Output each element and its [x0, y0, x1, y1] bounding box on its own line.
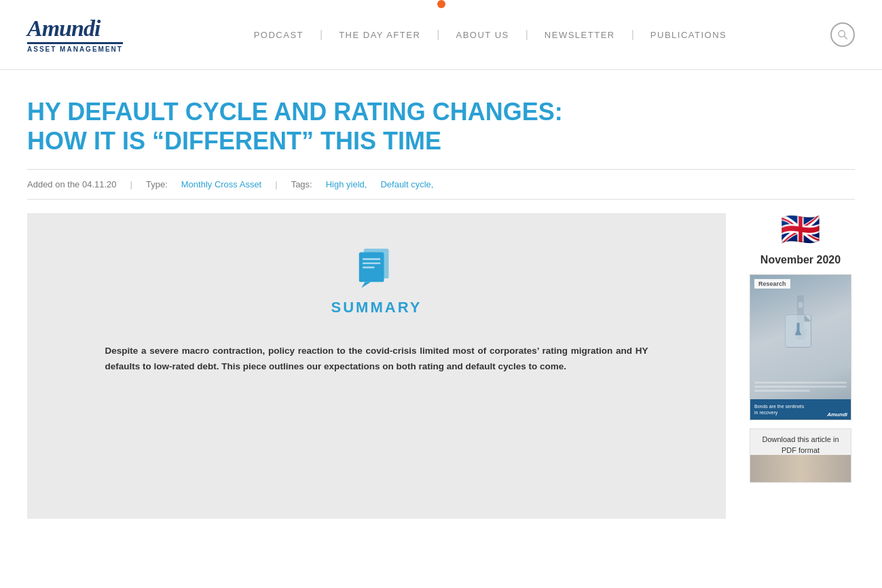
logo: Amundi ASSET MANAGEMENT: [27, 17, 123, 53]
pdf-doc-icon: [786, 314, 816, 352]
download-text: Download this article in PDF format: [756, 435, 845, 456]
pub-bottom-bar: Bonds are the sentinelsin recovery Amund…: [750, 399, 851, 420]
month-label: November 2020: [760, 254, 841, 266]
main-content: HY DEFAULT CYCLE AND RATING CHANGES: HOW…: [0, 70, 882, 519]
meta-sep-1: |: [130, 179, 132, 189]
publication-cover[interactable]: Research: [750, 274, 851, 420]
tags-label: Tags:: [291, 179, 312, 189]
svg-marker-7: [361, 282, 371, 289]
svg-rect-10: [798, 302, 803, 308]
logo-underline: [27, 42, 123, 44]
nav-the-day-after[interactable]: THE DAY AFTER: [323, 30, 437, 40]
meta-bar: Added on the 04.11.20 | Type: Monthly Cr…: [27, 169, 855, 200]
pub-amundi-brand: Amundi: [827, 411, 847, 418]
pub-research-tag: Research: [754, 279, 790, 289]
book-image: [750, 455, 851, 482]
summary-document-icon: [353, 240, 401, 288]
nav-publications[interactable]: PUBLICATIONS: [634, 30, 743, 40]
pub-text-lines: [754, 382, 847, 394]
nav-newsletter[interactable]: NEWSLETTER: [528, 30, 631, 40]
svg-point-0: [839, 31, 845, 37]
pub-cover-background: Research: [750, 275, 851, 420]
svg-rect-4: [363, 259, 380, 261]
content-area: SUMMARY Despite a severe macro contracti…: [27, 213, 855, 519]
right-sidebar: 🇬🇧 November 2020 Research: [746, 213, 855, 483]
summary-icon-container: [353, 240, 401, 291]
tag-default-cycle[interactable]: Default cycle,: [380, 179, 433, 189]
logo-amundi-text: Amundi: [27, 16, 100, 41]
uk-flag: 🇬🇧: [780, 213, 821, 246]
type-label: Type:: [146, 179, 168, 189]
logo-text: Amundi: [27, 17, 123, 40]
search-icon: [837, 29, 848, 40]
article-title: HY DEFAULT CYCLE AND RATING CHANGES: HOW…: [27, 97, 625, 155]
accent-dot: [437, 0, 445, 8]
summary-box: SUMMARY Despite a severe macro contracti…: [27, 213, 726, 519]
summary-text: Despite a severe macro contraction, poli…: [105, 344, 648, 375]
tag-high-yield[interactable]: High yield,: [326, 179, 367, 189]
download-pdf-box[interactable]: Download this article in PDF format: [750, 428, 851, 483]
site-header: Amundi ASSET MANAGEMENT PODCAST | THE DA…: [0, 0, 882, 70]
main-nav: PODCAST | THE DAY AFTER | ABOUT US | NEW…: [164, 29, 817, 41]
type-value[interactable]: Monthly Cross Asset: [181, 179, 262, 189]
logo-sub: ASSET MANAGEMENT: [27, 45, 123, 53]
svg-rect-6: [363, 267, 375, 269]
search-button[interactable]: [830, 22, 855, 47]
svg-rect-14: [797, 323, 800, 335]
added-on: Added on the 04.11.20: [27, 179, 117, 189]
svg-line-1: [844, 36, 847, 39]
summary-label: SUMMARY: [331, 299, 422, 316]
meta-sep-2: |: [275, 179, 277, 189]
svg-rect-5: [363, 263, 380, 265]
nav-about-us[interactable]: ABOUT US: [439, 30, 525, 40]
pub-bottom-text: Bonds are the sentinelsin recovery: [754, 403, 804, 416]
nav-podcast[interactable]: PODCAST: [238, 30, 320, 40]
